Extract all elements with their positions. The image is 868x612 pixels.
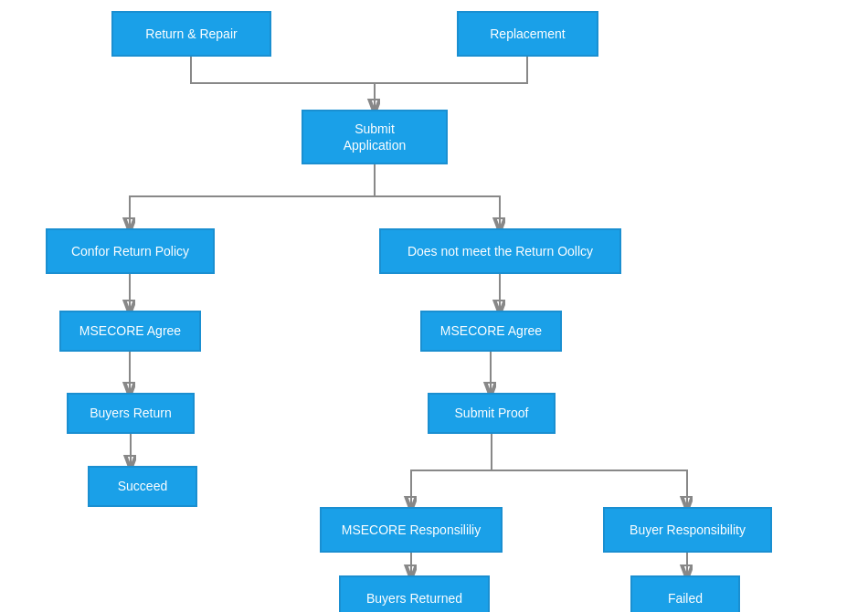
buyer-responsibility-node: Buyer Responsibility [603, 507, 772, 553]
return-repair-node: Return & Repair [111, 11, 271, 57]
flowchart-diagram: Return & Repair Replacement SubmitApplic… [0, 0, 868, 612]
buyers-return-node: Buyers Return [67, 393, 195, 434]
msecore-agree-left-node: MSECORE Agree [59, 311, 201, 352]
submit-proof-node: Submit Proof [428, 393, 556, 434]
confor-policy-node: Confor Return Policy [46, 228, 215, 274]
submit-application-node: SubmitApplication [302, 110, 448, 164]
succeed-node: Succeed [88, 466, 197, 507]
msecore-responsibility-node: MSECORE Responsililiy [320, 507, 503, 553]
failed-node: Failed [630, 575, 740, 612]
not-meet-policy-node: Does not meet the Return Oollcy [379, 228, 621, 274]
msecore-agree-right-node: MSECORE Agree [420, 311, 562, 352]
buyers-returned-node: Buyers Returned [339, 575, 490, 612]
replacement-node: Replacement [457, 11, 598, 57]
